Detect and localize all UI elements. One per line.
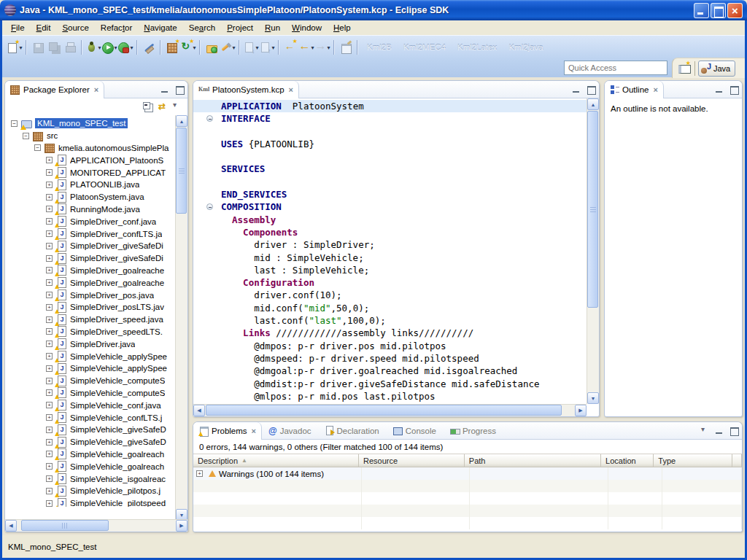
code-line[interactable]: APPLICATION PlatoonSystem <box>193 100 587 112</box>
expand-icon[interactable]: + <box>46 365 53 372</box>
tab-package-explorer[interactable]: Package Explorer × <box>5 81 104 98</box>
save-button[interactable] <box>30 39 46 56</box>
tree-item-java-file[interactable]: +SimpleDriver_giveSafeDi <box>5 240 187 252</box>
code-line[interactable]: @dmpos: p-r driver.pos mid.pilotpos <box>193 340 587 352</box>
expand-icon[interactable]: + <box>46 218 53 225</box>
expand-icon[interactable]: + <box>46 304 53 311</box>
menu-run[interactable]: Run <box>259 22 286 34</box>
code-line[interactable]: driver.conf(10); <box>193 289 587 301</box>
column-header-type[interactable]: Type <box>654 454 732 467</box>
table-row[interactable]: + Warnings (100 of 144 items) <box>193 467 742 480</box>
link-with-editor-button[interactable] <box>338 39 354 56</box>
menu-source[interactable]: Source <box>56 22 94 34</box>
tree-item-package[interactable]: −kmelia.autonomousSimplePla <box>5 142 187 155</box>
code-line[interactable]: Links ////////////assembly links////////… <box>193 327 587 339</box>
scroll-right-icon[interactable]: ▶ <box>176 520 187 532</box>
minimize-button[interactable] <box>694 3 709 18</box>
code-line[interactable]: last : SimpleVehicle; <box>193 264 587 276</box>
tree-item-java-file[interactable]: +SimpleVehicle_goalreach <box>5 460 187 472</box>
scroll-left-icon[interactable]: ◀ <box>193 405 205 416</box>
menu-project[interactable]: Project <box>221 22 259 34</box>
last-edit-location-button[interactable] <box>282 39 298 56</box>
tree-item-java-file[interactable]: +SimpleVehicle_goalreach <box>5 448 187 461</box>
expand-icon[interactable]: + <box>196 470 203 477</box>
toolbar-button-kml2b[interactable]: Kml2B <box>361 43 398 52</box>
scroll-up-icon[interactable]: ▲ <box>587 98 599 110</box>
expand-icon[interactable]: + <box>46 194 53 201</box>
package-explorer-vscrollbar[interactable]: ▲ ▼ <box>175 115 187 521</box>
expand-icon[interactable]: + <box>46 206 53 212</box>
debug-button[interactable]: ▾ <box>85 39 101 56</box>
code-line[interactable]: Assembly <box>193 214 587 226</box>
menu-search[interactable]: Search <box>183 22 221 34</box>
tree-item-java-file[interactable]: +SimpleVehicle_giveSafeD <box>5 436 187 448</box>
code-line[interactable]: COMPOSITION <box>193 201 587 213</box>
tree-item-java-file[interactable]: +SimpleDriver_speed.java <box>5 314 187 326</box>
maximize-button[interactable] <box>711 3 726 18</box>
expand-icon[interactable]: + <box>46 402 53 408</box>
link-with-editor-icon[interactable]: ⇄ <box>158 101 166 112</box>
new-java-project-button[interactable] <box>164 39 180 56</box>
tree-item-java-file[interactable]: +MONITORED_APPLICAT <box>5 166 187 179</box>
expand-icon[interactable]: + <box>46 279 53 286</box>
minimize-view-button[interactable] <box>160 85 170 94</box>
expand-icon[interactable]: − <box>23 133 29 139</box>
expand-icon[interactable]: + <box>46 414 53 421</box>
maximize-view-button[interactable] <box>729 85 739 94</box>
maximize-view-button[interactable] <box>174 85 185 94</box>
expand-icon[interactable]: + <box>46 169 53 176</box>
expand-icon[interactable]: + <box>46 230 53 237</box>
expand-icon[interactable]: + <box>46 439 53 446</box>
expand-icon[interactable]: + <box>46 475 53 482</box>
tree-item-project[interactable]: −KML_mono_SPEC_test <box>5 117 187 130</box>
scroll-down-icon[interactable]: ▼ <box>587 392 599 404</box>
menu-help[interactable]: Help <box>328 22 357 34</box>
tree-item-java-file[interactable]: +RunningMode.java <box>5 203 187 216</box>
print-button[interactable] <box>62 39 78 56</box>
tree-item-java-file[interactable]: +SimpleDriver_conf.java <box>5 215 187 228</box>
expand-icon[interactable]: + <box>46 341 53 347</box>
editor-code[interactable]: APPLICATION PlatoonSystemINTERFACEUSES {… <box>193 100 587 404</box>
expand-icon[interactable]: + <box>46 328 53 335</box>
code-line[interactable] <box>193 125 587 138</box>
minimize-view-button[interactable] <box>571 85 581 94</box>
code-line[interactable]: @dmdist:p-r driver.giveSafeDistance mid.… <box>193 378 587 390</box>
expand-icon[interactable]: + <box>46 488 53 494</box>
toolbar-button-kml2latex[interactable]: Kml2Latex <box>452 43 503 52</box>
forward-button[interactable]: ▾ <box>314 39 330 56</box>
toggle-mark-occurrences-button[interactable] <box>141 39 157 56</box>
code-line[interactable] <box>193 150 587 163</box>
expand-icon[interactable]: + <box>46 463 53 470</box>
tree-item-java-file[interactable]: +SimpleDriver_goalreache <box>5 276 187 289</box>
tree-item-java-file[interactable]: +SimpleDriver.java <box>5 338 187 350</box>
expand-icon[interactable]: + <box>46 389 53 396</box>
open-type-button[interactable] <box>204 39 220 56</box>
tree-item-java-file[interactable]: +SimpleVehicle_confLTS.j <box>5 411 187 424</box>
code-line[interactable]: @mlpos: p-r mid.pos last.pilotpos <box>193 390 587 402</box>
tree-item-src[interactable]: −src <box>5 130 187 142</box>
expand-icon[interactable]: + <box>46 378 53 384</box>
tree-item-java-file[interactable]: +PLATOONLIB.java <box>5 179 187 191</box>
code-line[interactable]: Components <box>193 226 587 238</box>
close-icon[interactable]: × <box>289 85 293 94</box>
code-line[interactable]: Configuration <box>193 276 587 289</box>
run-button[interactable]: ▾ <box>101 39 117 56</box>
close-icon[interactable]: × <box>252 427 256 435</box>
tree-item-java-file[interactable]: +SimpleDriver_posLTS.jav <box>5 301 187 314</box>
tree-item-java-file[interactable]: +SimpleVehicle_conf.java <box>5 399 187 411</box>
maximize-view-button[interactable] <box>586 85 596 94</box>
tree-item-java-file[interactable]: +SimpleVehicle_pilotpos.j <box>5 485 187 497</box>
expand-icon[interactable]: + <box>46 243 53 249</box>
scroll-right-icon[interactable]: ▶ <box>575 405 587 416</box>
close-icon[interactable]: × <box>653 85 657 94</box>
run-external-tools-button[interactable]: ▾ <box>117 39 133 56</box>
package-explorer-hscrollbar[interactable]: ◀ ▶ <box>5 519 187 532</box>
code-line[interactable]: END_SERVICES <box>193 188 587 201</box>
view-menu-icon[interactable] <box>171 102 182 111</box>
close-icon[interactable]: × <box>94 85 98 94</box>
code-line[interactable]: @dmgoal:p-r driver.goalreached mid.isgoa… <box>193 365 587 377</box>
menu-navigate[interactable]: Navigate <box>138 22 182 34</box>
new-wizard-button[interactable]: ▾ <box>7 39 23 56</box>
expand-icon[interactable]: − <box>34 144 41 151</box>
tree-item-java-file[interactable]: +PlatoonSystem.java <box>5 191 187 203</box>
